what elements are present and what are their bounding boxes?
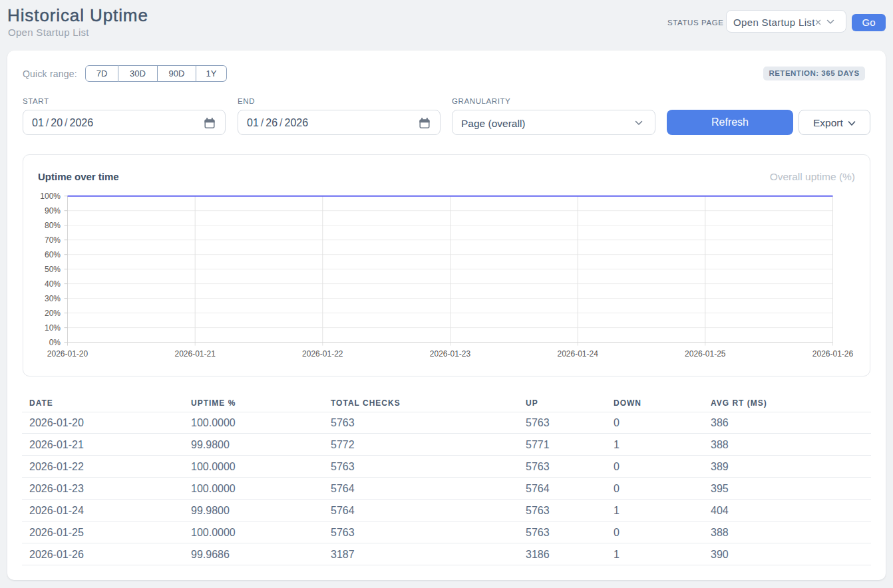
svg-text:2026-01-25: 2026-01-25 [685, 349, 726, 359]
svg-text:2026-01-26: 2026-01-26 [812, 349, 854, 359]
svg-text:2026-01-20: 2026-01-20 [47, 349, 89, 359]
svg-text:90%: 90% [45, 206, 61, 216]
svg-text:2026-01-23: 2026-01-23 [430, 349, 471, 359]
svg-text:0%: 0% [49, 338, 61, 347]
svg-text:30%: 30% [45, 294, 61, 303]
svg-text:2026-01-22: 2026-01-22 [302, 349, 343, 359]
svg-text:2026-01-24: 2026-01-24 [558, 349, 599, 359]
svg-text:100%: 100% [40, 192, 61, 201]
svg-text:40%: 40% [45, 279, 61, 289]
svg-text:80%: 80% [45, 221, 61, 230]
svg-text:10%: 10% [45, 323, 61, 333]
svg-text:50%: 50% [45, 265, 61, 274]
svg-text:20%: 20% [45, 309, 61, 318]
svg-text:2026-01-21: 2026-01-21 [175, 349, 216, 359]
svg-text:70%: 70% [45, 235, 61, 245]
svg-text:60%: 60% [45, 250, 61, 259]
